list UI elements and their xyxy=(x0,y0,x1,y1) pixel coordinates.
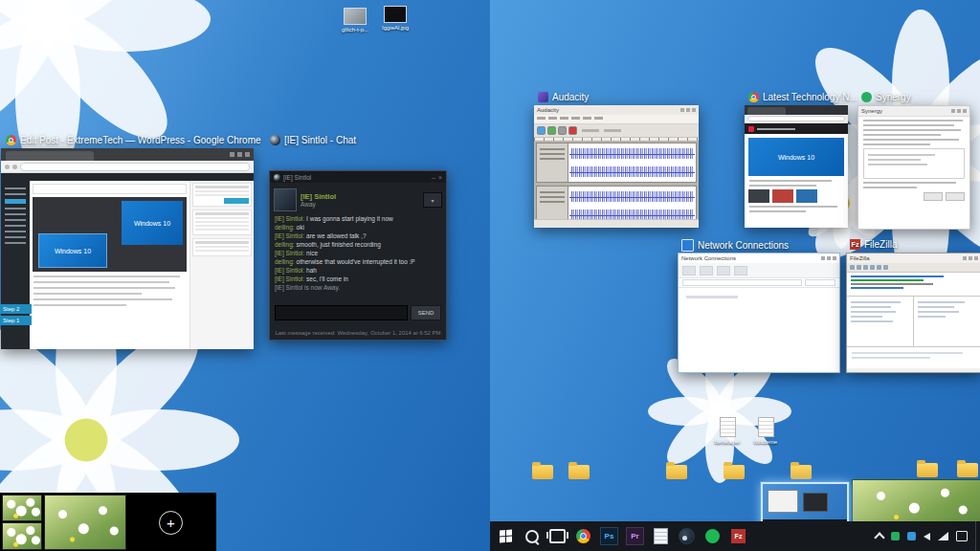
taskbar-photoshop[interactable]: Ps xyxy=(596,521,622,551)
post-title-field[interactable] xyxy=(33,184,187,194)
desktop-icon-iggieal[interactable]: IggieAl.jpg xyxy=(375,6,415,31)
address-bar[interactable] xyxy=(747,116,845,121)
avatar xyxy=(274,188,297,211)
action-center-icon[interactable] xyxy=(956,531,968,541)
window-controls[interactable] xyxy=(951,109,967,113)
explorer-toolbar[interactable] xyxy=(679,263,839,278)
local-file-pane[interactable] xyxy=(847,297,914,346)
tray-app-icon[interactable] xyxy=(891,532,900,540)
network-signal-icon[interactable] xyxy=(938,532,948,540)
browser-tab[interactable] xyxy=(747,107,786,115)
desktop-thumbnail[interactable] xyxy=(2,522,42,550)
window-thumbnail-news[interactable]: Windows 10 xyxy=(745,105,848,228)
taskbar-premiere[interactable]: Pr xyxy=(622,521,648,551)
forward-icon[interactable] xyxy=(12,165,17,169)
wp-step-chip[interactable]: Step 1 xyxy=(0,316,32,325)
window-controls[interactable] xyxy=(680,108,696,112)
taskbar-filezilla[interactable]: Fz xyxy=(725,521,751,551)
explorer-content[interactable] xyxy=(679,288,839,370)
premiere-icon: Pr xyxy=(626,527,644,545)
filezilla-toolbar[interactable] xyxy=(847,263,980,273)
close-icon[interactable]: × xyxy=(438,174,442,181)
desktop-file[interactable]: folitdeme xyxy=(746,417,785,445)
desktop-thumbnail[interactable] xyxy=(44,495,126,550)
zoom-slider[interactable] xyxy=(604,129,621,132)
remote-file-pane[interactable] xyxy=(914,297,980,346)
folder-icon[interactable] xyxy=(917,463,938,477)
record-icon[interactable] xyxy=(568,126,577,135)
chat-message: delling:oki xyxy=(275,223,441,231)
chat-input[interactable] xyxy=(275,305,408,320)
folder-icon[interactable] xyxy=(957,463,978,477)
pause-icon[interactable] xyxy=(537,126,546,135)
taskbar-chrome[interactable] xyxy=(570,521,596,551)
wp-categories-box[interactable] xyxy=(192,209,252,235)
window-controls[interactable] xyxy=(963,256,978,260)
track-control-panel[interactable] xyxy=(537,143,568,182)
browser-tab[interactable] xyxy=(6,151,94,161)
start-button[interactable] xyxy=(493,521,519,551)
minimize-icon[interactable]: – xyxy=(432,174,435,181)
chat-message-log[interactable]: [IE] Sintlol:I was gonna start playing i… xyxy=(275,214,441,298)
desktop-thumbnail[interactable] xyxy=(852,479,980,526)
tray-expand-icon[interactable] xyxy=(874,532,884,542)
chat-message: delling:smooth, just finished recording xyxy=(275,240,441,249)
audacity-toolbar[interactable] xyxy=(534,124,699,138)
desktop-icon-label: IggieAl.jpg xyxy=(375,25,415,31)
chat-titlebar-text: [IE] Sintlol xyxy=(283,174,311,181)
folder-icon[interactable] xyxy=(724,465,745,479)
wp-publish-box[interactable] xyxy=(192,183,252,207)
folder-icon[interactable] xyxy=(568,465,590,479)
wp-tags-box[interactable] xyxy=(192,238,252,256)
folder-icon[interactable] xyxy=(666,465,687,479)
taskbar-spotify[interactable] xyxy=(700,521,725,551)
window-thumbnail-steam-chat[interactable]: [IE] Sintlol – × [IE] Sintlol Away ▾ [IE… xyxy=(269,170,447,341)
chrome-icon xyxy=(748,92,759,102)
window-controls[interactable] xyxy=(821,256,836,260)
address-bar[interactable] xyxy=(20,163,250,171)
update-button[interactable] xyxy=(224,198,249,204)
back-icon[interactable] xyxy=(5,165,10,169)
tray-app-icon[interactable] xyxy=(907,532,916,540)
wp-step-chip[interactable]: Step 2 xyxy=(0,304,32,314)
window-thumbnail-synergy[interactable]: Synergy xyxy=(858,105,970,230)
filezilla-message-log xyxy=(847,273,980,297)
task-view-button[interactable] xyxy=(545,521,570,551)
search-button[interactable] xyxy=(519,521,545,551)
chat-options-dropdown[interactable]: ▾ xyxy=(423,192,442,208)
level-slider[interactable] xyxy=(582,129,599,132)
audacity-menubar[interactable] xyxy=(534,115,699,124)
taskbar-steam[interactable] xyxy=(674,521,700,551)
window-thumbnail-filezilla[interactable]: FileZilla xyxy=(846,253,980,373)
window-thumbnail-chrome-wordpress[interactable]: Windows 10 Windows 10 xyxy=(1,148,254,349)
wp-editor-area[interactable]: Windows 10 Windows 10 xyxy=(30,181,189,349)
speaker-icon[interactable] xyxy=(924,533,930,540)
selected-desktop-thumbnail[interactable] xyxy=(761,482,849,526)
post-hero-image: Windows 10 Windows 10 xyxy=(33,197,187,272)
transfer-queue-pane[interactable] xyxy=(847,347,980,368)
network-icon xyxy=(681,239,694,252)
chat-message: [IE] Sintlol:I was gonna start playing i… xyxy=(275,214,441,223)
audio-track[interactable] xyxy=(536,143,697,183)
play-icon[interactable] xyxy=(547,126,556,135)
system-tray xyxy=(876,521,980,551)
desktop-icon-glitch[interactable]: glitch-t-p... xyxy=(335,8,375,33)
desktop-thumbnail[interactable] xyxy=(2,495,42,521)
desktop-file[interactable]: bertelayer xyxy=(708,417,746,445)
add-desktop-button[interactable]: + xyxy=(159,511,183,535)
window-thumbnail-audacity[interactable]: Audacity xyxy=(534,105,699,228)
dialog-buttons[interactable] xyxy=(863,192,965,201)
explorer-address-bar[interactable] xyxy=(679,278,839,288)
stop-icon[interactable] xyxy=(558,126,567,135)
send-button[interactable]: SEND xyxy=(411,305,441,320)
show-desktop-button[interactable] xyxy=(975,521,979,551)
track-area[interactable] xyxy=(534,141,699,220)
window-thumbnail-network-connections[interactable]: Network Connections xyxy=(678,253,840,373)
window-controls[interactable] xyxy=(230,152,250,157)
chrome-icon xyxy=(6,135,16,145)
taskbar-notepad[interactable] xyxy=(648,521,674,551)
folder-icon[interactable] xyxy=(791,465,812,479)
audacity-statusbar xyxy=(534,219,699,228)
folder-icon[interactable] xyxy=(532,465,553,479)
taskview-label-network: Network Connections xyxy=(681,239,789,252)
